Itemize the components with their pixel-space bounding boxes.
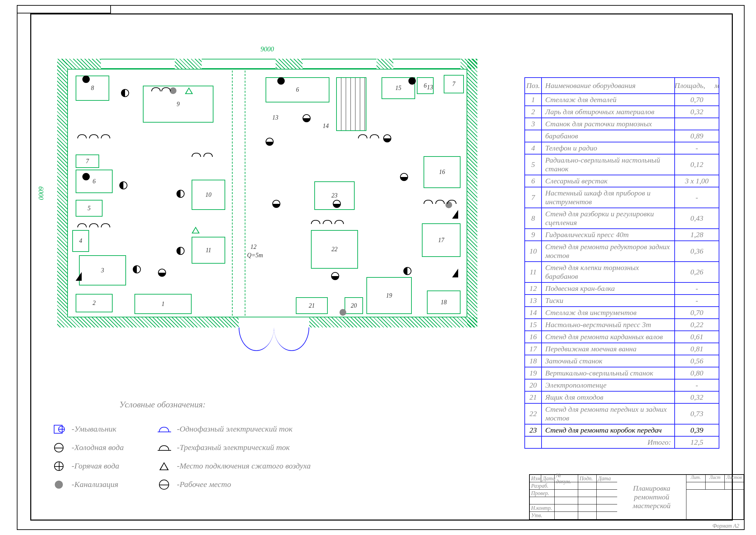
cell-area: 0,61 bbox=[675, 331, 719, 343]
table-row: 11Стенд для клепки тормозных барабанов0,… bbox=[524, 262, 719, 283]
sewer-icon bbox=[340, 309, 346, 316]
eq-7b: 7 bbox=[444, 75, 464, 93]
cell-area: 0,73 bbox=[675, 404, 719, 424]
cell-name: Ларь для обтирочных материалов bbox=[542, 106, 675, 118]
cell-area: - bbox=[675, 283, 719, 294]
table-row: 18Заточный станок0,56 bbox=[524, 355, 719, 367]
eq-16: 16 bbox=[424, 156, 461, 188]
single-phase-icon bbox=[157, 422, 171, 436]
hdr-area: Площадь, м bbox=[675, 78, 719, 93]
legend-row: -Горячая вода bbox=[52, 457, 124, 475]
cell-pos: 18 bbox=[525, 355, 542, 367]
eq-18: 18 bbox=[427, 291, 461, 314]
cell-name: Стенд для разборки и регулировки сцеплен… bbox=[542, 208, 675, 228]
eq-4: 4 bbox=[72, 230, 89, 252]
table-row: 6Слесарный верстак3 х 1,00 bbox=[524, 175, 719, 187]
table-total-row: Итого: 12,5 bbox=[524, 437, 719, 449]
cell-pos: 20 bbox=[525, 380, 542, 391]
window-2 bbox=[202, 59, 276, 69]
cell-name: Тиски bbox=[542, 295, 675, 306]
cell-pos: 8 bbox=[525, 208, 542, 228]
cell-area: - bbox=[675, 380, 719, 391]
table-row: 23Стенд для ремонта коробок передач0,39 bbox=[524, 425, 719, 437]
cell-pos: 3 bbox=[525, 118, 542, 130]
cell-area: - bbox=[675, 187, 719, 208]
cell-area: 0,36 bbox=[675, 241, 719, 261]
cell-area: - bbox=[675, 142, 719, 154]
cell-name: Стенд для ремонта карданных валов bbox=[542, 331, 675, 343]
cell-pos: 11 bbox=[525, 262, 542, 282]
workplace-icon bbox=[333, 200, 341, 208]
eq-3: 3 bbox=[79, 255, 126, 285]
cell-name: Телефон и радио bbox=[542, 142, 675, 154]
cell-name: Стеллаж для инструментов bbox=[542, 307, 675, 318]
cell-pos: 23 bbox=[525, 425, 542, 436]
cell-name: Стенд для клепки тормозных барабанов bbox=[542, 262, 675, 282]
legend-row: -Трехфазный электрический ток bbox=[157, 438, 311, 457]
cell-pos: 14 bbox=[525, 307, 542, 318]
cell-name: Гидравлический пресс 40т bbox=[542, 229, 675, 240]
workplace-icon bbox=[400, 173, 408, 181]
table-row: 20Электрополотенце- bbox=[524, 380, 719, 392]
cell-area: - bbox=[675, 295, 719, 306]
legend-row: -Однофазный электрический ток bbox=[157, 420, 311, 438]
eq-14-label: 14 bbox=[323, 123, 329, 130]
cell-name: Стенд для ремонта редукторов задних мост… bbox=[542, 241, 675, 261]
cell-area bbox=[675, 118, 719, 130]
corner-marker bbox=[452, 269, 458, 277]
titleblock-right: Лит. Лист Листов bbox=[686, 475, 744, 519]
cell-area: 0,70 bbox=[675, 94, 719, 105]
workplace-icon bbox=[272, 200, 280, 208]
cell-area: 0,80 bbox=[675, 367, 719, 379]
workplace-icon bbox=[157, 478, 171, 491]
cell-area: 0,56 bbox=[675, 355, 719, 367]
cell-name: Стенд для ремонта коробок передач bbox=[542, 425, 675, 436]
cell-pos: 4 bbox=[525, 142, 542, 154]
cell-name: Станок для расточки тормозных bbox=[542, 118, 675, 130]
sink-icon bbox=[52, 422, 66, 436]
cell-pos: 7 bbox=[525, 187, 542, 208]
table-row: 5Радиально-сверлильный настольный станок… bbox=[524, 154, 719, 175]
legend-row: -Умывальник bbox=[52, 420, 124, 438]
legend-col-left: -Умывальник -Холодная вода -Горячая вода… bbox=[52, 420, 124, 494]
cell-pos: 5 bbox=[525, 154, 542, 175]
table-row: 9Гидравлический пресс 40т1,28 bbox=[524, 229, 719, 241]
wall-left bbox=[57, 59, 67, 327]
cell-area: 0,70 bbox=[675, 307, 719, 318]
dim-width: 9000 bbox=[57, 45, 477, 53]
eq-14 bbox=[336, 77, 366, 131]
cell-pos: 15 bbox=[525, 319, 542, 330]
cell-name: Стеллаж для деталей bbox=[542, 94, 675, 105]
workplace-icon bbox=[158, 269, 166, 277]
cell-pos: 10 bbox=[525, 241, 542, 261]
top-tab bbox=[17, 5, 111, 13]
table-row: 14Стеллаж для инструментов0,70 bbox=[524, 307, 719, 319]
cell-pos: 12 bbox=[525, 283, 542, 294]
cell-pos: 16 bbox=[525, 331, 542, 343]
eq-13: 13 bbox=[272, 114, 278, 121]
sewer-icon bbox=[170, 87, 176, 94]
eq-2: 2 bbox=[76, 294, 113, 312]
hdr-name: Наименование оборудования bbox=[542, 78, 675, 93]
cell-area: 0,26 bbox=[675, 262, 719, 282]
legend: Условные обозначения: -Умывальник -Холод… bbox=[52, 400, 355, 494]
cell-name: Передвижная моечная ванна bbox=[542, 343, 675, 355]
wall-right bbox=[467, 59, 477, 327]
legend-col-right: -Однофазный электрический ток -Трехфазны… bbox=[157, 420, 311, 494]
workplace-icon bbox=[176, 247, 185, 255]
cell-name: Настольно-верстачный пресс 3т bbox=[542, 319, 675, 330]
table-row: 22Стенд для ремонта передних и задних мо… bbox=[524, 404, 719, 425]
equipment-table: Поз. Наименование оборудования Площадь, … bbox=[524, 77, 719, 449]
workplace-icon bbox=[383, 134, 391, 142]
cell-area: 0,43 bbox=[675, 208, 719, 228]
eq-1: 1 bbox=[134, 294, 192, 314]
workplace-icon bbox=[303, 114, 311, 122]
cell-area: 0,32 bbox=[675, 392, 719, 403]
eq-13b: 13 bbox=[427, 84, 433, 91]
cell-pos: 2 bbox=[525, 106, 542, 118]
eq-17: 17 bbox=[422, 223, 461, 257]
corner-marker bbox=[452, 210, 458, 219]
corner-marker bbox=[76, 272, 82, 281]
crane-q: Q=5т bbox=[247, 252, 263, 259]
workplace-icon bbox=[403, 267, 411, 275]
